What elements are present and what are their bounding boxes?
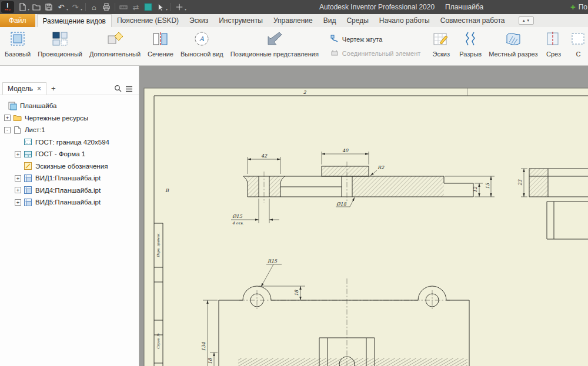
auxiliary-view-button[interactable]: Дополнительный — [86, 27, 144, 65]
undo-icon[interactable]: ↶ — [55, 1, 67, 13]
tree-item-view1[interactable]: + ВИД1:Планшайба.ipt — [0, 172, 139, 184]
tree-item-view4[interactable]: + ВИД4:Планшайба.ipt — [0, 184, 139, 197]
connector-element-icon — [330, 49, 339, 58]
sketch-symbols-icon — [24, 162, 32, 170]
dim-holes-note[interactable]: 4 отв. — [232, 221, 243, 226]
tree-item-sketch-symbols[interactable]: Эскизные обозначения — [0, 160, 139, 173]
inventor-window: I PRO ▾ ↶▾ ↷▾ ⌂ ⇄ — [0, 0, 588, 366]
qat-customize-caret-icon[interactable]: ▾ — [185, 7, 186, 11]
open-file-icon[interactable] — [31, 1, 42, 13]
save-icon[interactable] — [43, 1, 55, 13]
tab-file[interactable]: Файл — [0, 14, 35, 27]
harness-drawing-button[interactable]: Чертеж жгута — [330, 35, 420, 44]
redo-caret-icon[interactable]: ▾ — [81, 7, 82, 11]
redo-icon[interactable]: ↷ — [69, 1, 81, 13]
swap-icon[interactable]: ⇄ — [130, 1, 142, 13]
tree-item-drawing-resources[interactable]: + Чертежные ресурсы — [0, 112, 139, 125]
collapse-icon[interactable]: - — [4, 127, 11, 133]
expand-icon[interactable]: + — [15, 187, 21, 193]
app-logo[interactable]: I PRO — [1, 1, 14, 13]
new-file-icon[interactable] — [16, 1, 28, 13]
button-label: Эскиз — [433, 51, 450, 58]
new-file-caret-icon[interactable]: ▾ — [28, 7, 29, 11]
browser-search-icon[interactable] — [114, 85, 125, 95]
dim-r2-label[interactable]: R2 — [377, 165, 385, 170]
dim-23-label[interactable]: 23 — [517, 179, 523, 186]
tree-item-label: Лист:1 — [25, 126, 45, 133]
graphics-canvas[interactable]: 2 Перв. примен. Справ. № В — [139, 66, 588, 366]
dim-18-ear-label[interactable]: 18 — [294, 290, 299, 296]
crosshair-icon[interactable] — [173, 1, 185, 13]
browser-close-icon[interactable]: × — [37, 85, 41, 93]
tab-sketch[interactable]: Эскиз — [184, 14, 213, 27]
dim-dia15-label[interactable]: Ø15 — [232, 214, 243, 219]
tab-annotate-eskd[interactable]: Пояснение (ESKD) — [112, 14, 184, 27]
app-title: Autodesk Inventor Professional 2020 — [319, 0, 435, 14]
drawing-sheet-view[interactable]: 2 Перв. примен. Справ. № В — [139, 66, 588, 366]
tree-item-gost-form[interactable]: + ГОСТ - Форма 1 — [0, 148, 139, 160]
dim-r15-label[interactable]: R15 — [268, 258, 278, 264]
sketch-icon — [432, 29, 450, 50]
sheet-icon — [13, 126, 22, 135]
sketch-button[interactable]: Эскиз — [429, 27, 453, 65]
base-view-button[interactable]: Базовый — [1, 27, 34, 65]
select-caret-icon[interactable]: ▾ — [166, 7, 168, 11]
dim-12-label[interactable]: 12 — [473, 186, 478, 193]
base-view-icon — [9, 29, 26, 50]
tab-environments[interactable]: Среды — [341, 14, 373, 27]
crop-button-partial[interactable]: С — [566, 27, 588, 65]
detail-view-button[interactable]: A Выносной вид — [177, 27, 227, 65]
browser-tab-model[interactable]: Модель × — [2, 82, 46, 95]
tree-item-label: ВИД4:Планшайба.ipt — [35, 187, 101, 194]
button-label: С — [576, 51, 581, 58]
projected-view-icon — [51, 29, 69, 50]
browser-menu-icon[interactable] — [125, 86, 136, 95]
dim-15-label[interactable]: 15 — [485, 183, 490, 189]
model-browser-panel: Модель × + Планшайба + — [0, 66, 139, 366]
expand-icon[interactable]: + — [15, 199, 21, 206]
ribbon-display-toggle-icon[interactable]: ▲ ▼ — [519, 16, 534, 25]
dim-dia18-label[interactable]: Ø18 — [336, 202, 347, 207]
tab-view[interactable]: Вид — [318, 14, 342, 27]
expand-icon[interactable]: + — [15, 151, 21, 157]
measure-icon[interactable] — [118, 1, 129, 13]
browser-add-tab-button[interactable]: + — [46, 82, 61, 95]
tab-place-views[interactable]: Размещение видов — [37, 14, 112, 27]
expand-icon[interactable]: + — [4, 115, 11, 121]
tree-item-sheet1[interactable]: - Лист:1 — [0, 124, 139, 136]
break-out-button[interactable]: Местный разрез — [485, 27, 541, 65]
print-icon[interactable] — [101, 1, 112, 13]
tree-item-view5[interactable]: + ВИД5:Планшайба.ipt — [0, 196, 139, 209]
harness-drawing-icon — [330, 35, 339, 44]
undo-caret-icon[interactable]: ▾ — [66, 7, 68, 11]
drawing-sheet — [144, 88, 588, 366]
tree-item-gost-border[interactable]: ГОСТ: граница 420x594 — [0, 136, 139, 149]
break-button[interactable]: Разрыв — [456, 27, 485, 65]
dim-42-label[interactable]: 42 — [261, 153, 268, 159]
browser-tree: Планшайба + Чертежные ресурсы - Лист:1 — [0, 95, 139, 209]
expand-icon[interactable]: + — [15, 175, 21, 182]
add-plus-icon[interactable]: + — [570, 0, 576, 14]
dim-134-label[interactable]: 134 — [201, 341, 206, 351]
tab-collaborate[interactable]: Совместная работа — [435, 14, 510, 27]
connector-element-button[interactable]: Соединительный элемент — [330, 49, 420, 58]
dim-40-label[interactable]: 40 — [342, 148, 349, 153]
section-view-button[interactable]: Сечение — [144, 27, 177, 65]
projected-view-button[interactable]: Проекционный — [34, 27, 86, 65]
home-icon[interactable]: ⌂ — [88, 1, 100, 13]
slice-button[interactable]: Срез — [541, 27, 566, 65]
margin-label-top: Перв. примен. — [156, 233, 161, 257]
button-label: Дополнительный — [89, 51, 141, 58]
button-label: Позиционные представления — [230, 51, 319, 58]
tab-tools[interactable]: Инструменты — [213, 14, 268, 27]
help-label-partial[interactable]: По — [579, 3, 587, 11]
drawing-view-icon — [24, 198, 32, 207]
material-swatch-icon[interactable] — [142, 1, 154, 13]
tab-manage[interactable]: Управление — [268, 14, 318, 27]
auxiliary-view-icon — [106, 29, 124, 50]
dim-18-bottom-label[interactable]: 18 — [208, 358, 213, 364]
tab-get-started[interactable]: Начало работы — [374, 14, 435, 27]
positional-representations-button[interactable]: Позиционные представления — [227, 27, 322, 65]
t ree-item-root-part[interactable]: Планшайба — [0, 100, 139, 112]
select-cursor-icon[interactable] — [155, 1, 166, 13]
